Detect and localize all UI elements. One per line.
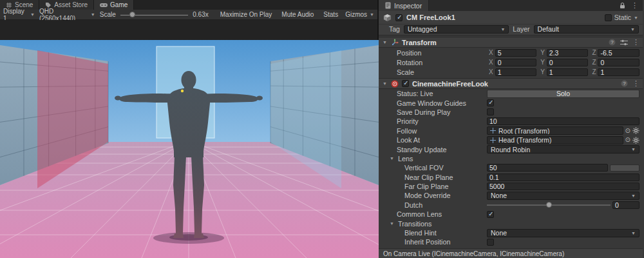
inspector-icon — [385, 2, 391, 9]
save-during-play-checkbox[interactable] — [487, 108, 494, 115]
scale-z-field[interactable]: 1 — [598, 68, 639, 76]
static-checkbox[interactable] — [605, 14, 612, 21]
far-clip-field[interactable]: 5000 — [487, 183, 639, 190]
chevron-down-icon: ▼ — [631, 194, 636, 198]
blend-hint-row: Blend Hint None ▼ — [379, 228, 643, 237]
presets-icon[interactable] — [620, 39, 628, 46]
blend-hint-dropdown[interactable]: None ▼ — [487, 229, 639, 237]
look-at-object-field[interactable]: Head (Transform) — [487, 136, 623, 144]
solo-button[interactable]: Solo — [487, 90, 639, 98]
stats-button[interactable]: Stats — [321, 11, 341, 18]
rotation-x-field[interactable]: 0 — [495, 59, 537, 66]
scale-y-field[interactable]: 1 — [547, 68, 589, 76]
gameobject-header: CM FreeLook1 Static ▼ — [379, 11, 643, 25]
dutch-label: Dutch — [379, 201, 487, 209]
tab-inspector[interactable]: Inspector — [379, 0, 429, 11]
svg-text:?: ? — [611, 39, 614, 45]
rotation-z-field[interactable]: 0 — [598, 59, 639, 66]
freelook-header-icons: ? ⋮ — [621, 80, 639, 87]
game-window-guides-checkbox[interactable] — [487, 99, 494, 106]
position-y-field[interactable]: 2.3 — [547, 49, 589, 57]
far-clip-row: Far Clip Plane 5000 — [379, 182, 643, 191]
inspector-panel: Inspector ⋮ CM FreeLook1 Static ▼ Tag Un… — [379, 0, 643, 258]
maximize-on-play-button[interactable]: Maximize On Play — [218, 11, 275, 18]
follow-row: Follow Root (Transform) ⊙ — [379, 126, 643, 135]
gizmos-dropdown[interactable]: Gizmos ▼ — [345, 11, 374, 18]
mode-override-dropdown[interactable]: None ▼ — [487, 192, 639, 200]
inherit-position-label: Inherit Position — [379, 238, 487, 246]
component-enabled-checkbox[interactable] — [402, 80, 409, 87]
layer-dropdown[interactable]: Default ▼ — [534, 25, 639, 34]
look-at-label: Look At — [379, 136, 487, 144]
layer-value: Default — [538, 25, 559, 33]
chevron-down-icon: ▼ — [370, 12, 374, 17]
rendered-3d-scene — [0, 40, 379, 258]
axis-y-label: Y — [540, 59, 545, 66]
rotation-y-field[interactable]: 0 — [547, 59, 589, 66]
foldout-icon[interactable]: ▼ — [389, 156, 395, 161]
cinemachine-icon — [391, 80, 399, 88]
tag-layer-row: Tag Untagged ▼ Layer Default ▼ — [379, 25, 643, 35]
priority-field[interactable]: 10 — [487, 117, 639, 125]
gameobject-active-checkbox[interactable] — [395, 14, 402, 21]
transform-title: Transform — [402, 39, 437, 46]
game-window-guides-label: Game Window Guides — [379, 99, 487, 107]
fov-preset-control[interactable] — [610, 164, 639, 172]
game-view-panel: Scene Asset Store Game Display 1 ▼ QHD (… — [0, 0, 379, 258]
lock-icon[interactable] — [620, 2, 625, 9]
dutch-field[interactable]: 0 — [612, 201, 639, 209]
foldout-icon[interactable]: ▼ — [382, 81, 388, 86]
help-icon[interactable]: ? — [621, 80, 628, 87]
mute-audio-button[interactable]: Mute Audio — [279, 11, 316, 18]
menu-icon[interactable]: ⋮ — [632, 80, 639, 87]
scale-x-field[interactable]: 1 — [495, 68, 537, 76]
chevron-down-icon[interactable]: ▼ — [634, 15, 638, 20]
freelook-body: Status: Live Solo Game Window Guides Sav… — [379, 89, 643, 247]
position-x-field[interactable]: 5 — [495, 49, 537, 57]
scale-slider-knob[interactable] — [129, 12, 135, 17]
transform-body: Position X 5 Y 2.3 Z -6.5 Rotation X 0 Y… — [379, 48, 643, 77]
scale-slider[interactable] — [120, 10, 188, 19]
transform-header[interactable]: ▼ Transform ? ⋮ — [379, 37, 643, 48]
axis-x-label: X — [489, 68, 493, 75]
foldout-icon[interactable]: ▼ — [389, 221, 395, 226]
object-picker-icon[interactable]: ⊙ — [625, 137, 630, 143]
object-picker-icon[interactable]: ⊙ — [625, 128, 630, 134]
dutch-slider[interactable] — [487, 201, 611, 209]
near-clip-field[interactable]: 0.1 — [487, 174, 639, 181]
static-group[interactable]: Static ▼ — [605, 14, 638, 21]
common-lens-checkbox[interactable] — [487, 211, 494, 218]
chevron-down-icon: ▼ — [500, 27, 505, 32]
position-z-field[interactable]: -6.5 — [598, 49, 639, 57]
gameobject-name-field[interactable]: CM FreeLook1 — [406, 14, 601, 21]
chevron-down-icon: ▼ — [631, 147, 636, 152]
chevron-down-icon: ▼ — [91, 12, 95, 17]
help-icon[interactable]: ? — [609, 39, 616, 46]
inherit-position-checkbox[interactable] — [487, 239, 494, 246]
save-during-play-label: Save During Play — [379, 108, 487, 116]
transform-mini-icon — [490, 137, 496, 143]
menu-icon[interactable]: ⋮ — [631, 2, 638, 9]
far-clip-label: Far Clip Plane — [379, 183, 487, 190]
foldout-icon[interactable]: ▼ — [382, 40, 388, 45]
vertical-fov-field[interactable]: 50 — [487, 164, 608, 172]
menu-icon[interactable]: ⋮ — [632, 39, 639, 46]
cinemachine-freelook-header[interactable]: ▼ CinemachineFreeLook ? ⋮ — [379, 78, 643, 89]
game-viewport[interactable] — [0, 20, 377, 258]
aim-target-marker — [181, 90, 184, 92]
save-during-play-row: Save During Play — [379, 108, 643, 117]
lens-foldout-row[interactable]: ▼ Lens — [379, 154, 643, 163]
gear-icon[interactable] — [632, 127, 639, 134]
gear-icon[interactable] — [632, 137, 639, 144]
game-window-guides-row: Game Window Guides — [379, 98, 643, 107]
dutch-slider-knob[interactable] — [546, 202, 552, 208]
common-lens-label: Common Lens — [379, 210, 487, 218]
follow-object-field[interactable]: Root (Transform) — [487, 126, 623, 135]
chevron-down-icon: ▼ — [30, 12, 35, 17]
axis-z-label: Z — [592, 68, 596, 75]
tag-dropdown[interactable]: Untagged ▼ — [404, 25, 509, 34]
standby-update-dropdown[interactable]: Round Robin ▼ — [487, 145, 639, 154]
tab-game[interactable]: Game — [94, 0, 134, 10]
transitions-foldout-row[interactable]: ▼ Transitions — [379, 219, 643, 228]
transform-icon — [391, 39, 399, 46]
